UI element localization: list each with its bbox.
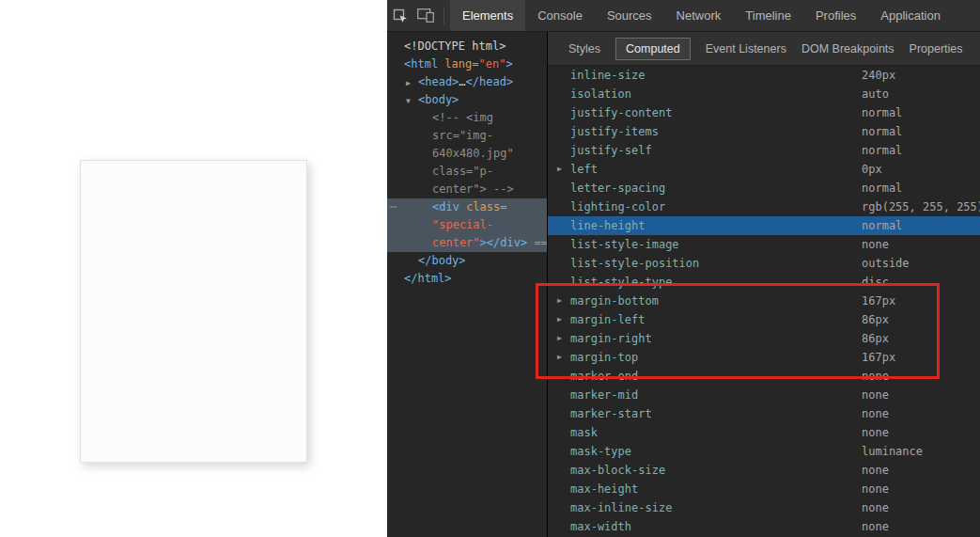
sidebar-tab-event-listeners[interactable]: Event Listeners: [706, 38, 786, 60]
computed-row-list-style-position[interactable]: list-style-positionoutside: [548, 254, 980, 273]
computed-row-list-style-image[interactable]: list-style-imagenone: [548, 235, 980, 254]
property-name: margin-top: [570, 348, 862, 367]
tab-elements[interactable]: Elements: [450, 0, 525, 31]
property-name: mask-type: [570, 442, 862, 461]
computed-row-margin-left[interactable]: ▶margin-left86px: [548, 310, 980, 329]
device-toolbar-icon[interactable]: [412, 0, 438, 31]
property-value: none: [862, 370, 889, 383]
property-value: disc: [862, 276, 889, 289]
tab-timeline[interactable]: Timeline: [733, 0, 803, 31]
computed-row-mask-type[interactable]: mask-typeluminance: [548, 442, 980, 461]
computed-row-letter-spacing[interactable]: letter-spacingnormal: [548, 179, 980, 197]
tab-profiles[interactable]: Profiles: [803, 0, 868, 31]
computed-row-margin-top[interactable]: ▶margin-top167px: [548, 348, 980, 367]
computed-row-margin-right[interactable]: ▶margin-right86px: [548, 329, 980, 348]
property-name: letter-spacing: [570, 179, 862, 197]
sidebar-tab-styles[interactable]: Styles: [568, 38, 600, 60]
property-name: lighting-color: [570, 197, 862, 216]
dom-tree-line[interactable]: <!DOCTYPE html>: [387, 38, 547, 55]
expand-arrow-icon[interactable]: ▶: [557, 310, 562, 329]
syntax-token: 640x480.jpg": [432, 147, 514, 160]
property-name: max-block-size: [570, 461, 862, 480]
computed-properties-list: inline-size240pxisolationautojustify-con…: [548, 66, 980, 537]
computed-row-marker-start[interactable]: marker-startnone: [548, 404, 980, 423]
computed-row-max-block-size[interactable]: max-block-sizenone: [548, 461, 980, 480]
computed-row-lighting-color[interactable]: lighting-colorrgb(255, 255, 255): [548, 197, 980, 216]
rendered-page: [0, 0, 387, 537]
expand-arrow-icon[interactable]: ▶: [557, 292, 562, 310]
property-value: normal: [862, 106, 902, 119]
tab-sources[interactable]: Sources: [595, 0, 664, 31]
property-name: max-inline-size: [570, 498, 862, 517]
devtools-main-tabbar: ElementsConsoleSourcesNetworkTimelinePro…: [387, 0, 980, 32]
syntax-token: <!DOCTYPE html>: [404, 39, 506, 53]
dom-tree-line[interactable]: "special-: [387, 216, 547, 234]
computed-row-isolation[interactable]: isolationauto: [548, 85, 980, 103]
property-value: none: [862, 238, 889, 251]
dom-tree-line[interactable]: center"> -->: [387, 181, 547, 198]
computed-row-left[interactable]: ▶left0px: [548, 160, 980, 179]
styles-sidebar-panel: StylesComputedEvent ListenersDOM Breakpo…: [548, 32, 980, 537]
computed-row-list-style-type[interactable]: list-style-typedisc: [548, 273, 980, 292]
computed-row-marker-end[interactable]: marker-endnone: [548, 367, 980, 386]
property-value: none: [862, 520, 889, 533]
computed-row-justify-self[interactable]: justify-selfnormal: [548, 141, 980, 160]
computed-row-line-height[interactable]: line-heightnormal: [548, 216, 980, 235]
dom-tree-line[interactable]: ▶<head>…</head>: [387, 73, 547, 91]
elements-dom-tree-panel: <!DOCTYPE html><html lang="en">▶<head>…<…: [387, 32, 548, 537]
dom-tree-line[interactable]: ▼<body>: [387, 91, 547, 109]
inspect-element-icon[interactable]: [387, 0, 412, 31]
dom-tree-line[interactable]: src="img-: [387, 127, 547, 145]
dom-tree-line[interactable]: ⋯<div class=: [387, 198, 547, 216]
property-value: none: [862, 388, 889, 402]
sidebar-tab-properties[interactable]: Properties: [910, 38, 963, 60]
syntax-token: src="img-: [432, 129, 493, 142]
computed-row-margin-bottom[interactable]: ▶margin-bottom167px: [548, 292, 980, 310]
property-name: margin-bottom: [570, 292, 862, 310]
syntax-token: "en": [478, 57, 506, 71]
syntax-token: == $0: [527, 236, 547, 249]
computed-row-justify-items[interactable]: justify-itemsnormal: [548, 122, 980, 141]
tab-application[interactable]: Application: [868, 0, 953, 31]
expand-arrow-icon[interactable]: ▶: [557, 329, 562, 348]
property-name: margin-left: [570, 310, 862, 329]
property-name: justify-self: [570, 141, 862, 160]
property-value: none: [862, 501, 889, 514]
tab-console[interactable]: Console: [525, 0, 595, 31]
computed-row-max-inline-size[interactable]: max-inline-sizenone: [548, 498, 980, 517]
sidebar-tab-dom-breakpoints[interactable]: DOM Breakpoints: [801, 38, 894, 60]
syntax-token: <div: [432, 200, 459, 213]
dom-tree-line[interactable]: class="p-: [387, 163, 547, 181]
dom-tree-line[interactable]: <!-- <img: [387, 109, 547, 127]
expand-arrow-icon[interactable]: ▶: [406, 74, 418, 91]
computed-row-max-width[interactable]: max-widthnone: [548, 517, 980, 536]
property-value: none: [862, 426, 889, 439]
expand-arrow-icon[interactable]: ▼: [406, 92, 418, 109]
computed-row-inline-size[interactable]: inline-size240px: [548, 66, 980, 85]
sidebar-tab-computed[interactable]: Computed: [615, 38, 691, 60]
expand-arrow-icon[interactable]: ▶: [557, 160, 562, 179]
computed-row-mask[interactable]: masknone: [548, 423, 980, 442]
main-tabs: ElementsConsoleSourcesNetworkTimelinePro…: [450, 0, 953, 31]
dom-tree-line[interactable]: <html lang="en">: [387, 55, 547, 73]
overflow-ellipsis: ⋯: [390, 198, 397, 216]
property-name: left: [570, 160, 862, 179]
property-name: mask: [570, 423, 862, 442]
property-value: rgb(255, 255, 255): [862, 200, 980, 213]
dom-tree-line[interactable]: 640x480.jpg": [387, 145, 547, 163]
computed-row-marker-mid[interactable]: marker-midnone: [548, 386, 980, 404]
property-value: normal: [862, 219, 902, 232]
expand-arrow-icon[interactable]: ▶: [557, 348, 562, 367]
property-name: max-height: [570, 480, 862, 498]
syntax-token: <!-- <img: [432, 111, 493, 124]
dom-tree-line[interactable]: </body>: [387, 252, 547, 270]
property-name: inline-size: [570, 66, 862, 85]
dom-tree-line[interactable]: </html>: [387, 270, 547, 288]
tab-network[interactable]: Network: [664, 0, 734, 31]
property-name: marker-mid: [570, 386, 862, 404]
computed-row-justify-content[interactable]: justify-contentnormal: [548, 103, 980, 122]
syntax-token: </html>: [404, 272, 452, 285]
computed-row-max-height[interactable]: max-heightnone: [548, 480, 980, 498]
dom-tree-line[interactable]: center"></div> == $0: [387, 234, 547, 252]
syntax-token: <html: [404, 57, 438, 71]
